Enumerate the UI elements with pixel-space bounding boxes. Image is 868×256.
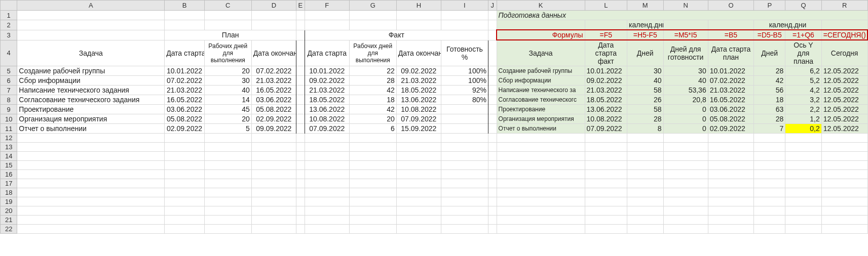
cell[interactable]	[296, 86, 305, 95]
cell[interactable]	[754, 179, 785, 188]
col-header-A[interactable]: A	[17, 1, 165, 11]
cell[interactable]	[708, 206, 754, 216]
hdr-o[interactable]: Дата старта план	[708, 40, 754, 66]
cell[interactable]	[251, 20, 296, 30]
cell[interactable]	[204, 170, 251, 179]
m-val[interactable]: 40	[627, 76, 664, 86]
cell[interactable]	[708, 143, 754, 152]
row-header-1[interactable]: 1	[1, 11, 17, 20]
ready-pct[interactable]	[441, 105, 488, 114]
fact-days[interactable]: 6	[349, 124, 396, 134]
p-val[interactable]: 63	[754, 105, 785, 114]
row-header-11[interactable]: 11	[1, 124, 17, 134]
fact-title[interactable]: Факт	[305, 30, 488, 40]
n-val[interactable]: 20,8	[663, 95, 708, 105]
col-header-row[interactable]	[1, 1, 17, 11]
row-header-21[interactable]: 21	[1, 216, 17, 225]
cell[interactable]	[497, 216, 585, 225]
cell[interactable]	[663, 134, 708, 143]
cell[interactable]	[785, 161, 822, 170]
k-task[interactable]: Организация мероприятия	[497, 114, 585, 124]
m-val[interactable]: 30	[627, 66, 664, 76]
l-val[interactable]: 10.08.2022	[585, 114, 627, 124]
cell[interactable]	[754, 225, 785, 234]
cell[interactable]	[497, 206, 585, 216]
m-val[interactable]: 58	[627, 105, 664, 114]
cell[interactable]	[204, 134, 251, 143]
plan-days[interactable]: 45	[204, 105, 251, 114]
col-header-P[interactable]: P	[754, 1, 785, 11]
plan-start[interactable]: 03.06.2022	[165, 105, 205, 114]
plan-start[interactable]: 10.01.2022	[165, 66, 205, 76]
cell[interactable]	[396, 134, 441, 143]
row-header-22[interactable]: 22	[1, 225, 17, 234]
cell[interactable]	[754, 197, 785, 206]
cell[interactable]	[488, 105, 497, 114]
row-header-8[interactable]: 8	[1, 95, 17, 105]
cell[interactable]	[204, 188, 251, 197]
row-header-10[interactable]: 10	[1, 114, 17, 124]
cell[interactable]	[165, 161, 205, 170]
cell[interactable]	[17, 179, 165, 188]
cell[interactable]	[251, 134, 296, 143]
cell[interactable]	[296, 105, 305, 114]
cell[interactable]	[441, 161, 488, 170]
cell[interactable]	[396, 11, 441, 20]
fact-start[interactable]: 10.01.2022	[305, 66, 349, 76]
hdr-q[interactable]: Ось Y для плана	[785, 40, 822, 66]
cell[interactable]	[165, 143, 205, 152]
cell[interactable]	[708, 20, 754, 30]
cell[interactable]	[488, 20, 497, 30]
cell[interactable]	[585, 20, 627, 30]
cell[interactable]	[488, 11, 497, 20]
cell[interactable]	[296, 188, 305, 197]
cell[interactable]	[296, 206, 305, 216]
l-val[interactable]: 21.03.2022	[585, 86, 627, 95]
cell[interactable]	[488, 95, 497, 105]
col-header-K[interactable]: K	[497, 1, 585, 11]
hdr-ready[interactable]: Готовность %	[441, 40, 488, 66]
cell[interactable]	[305, 143, 349, 152]
formulas-label[interactable]: Формулы	[497, 30, 585, 40]
col-header-C[interactable]: C	[204, 1, 251, 11]
cell[interactable]	[488, 161, 497, 170]
row-header-20[interactable]: 20	[1, 206, 17, 216]
cell[interactable]	[663, 206, 708, 216]
cell[interactable]	[663, 143, 708, 152]
cell[interactable]	[296, 11, 305, 20]
cell[interactable]	[349, 179, 396, 188]
cell[interactable]	[165, 179, 205, 188]
cell[interactable]	[754, 170, 785, 179]
ready-pct[interactable]: 100%	[441, 76, 488, 86]
cell[interactable]	[165, 152, 205, 161]
o-val[interactable]: 02.09.2022	[708, 124, 754, 134]
cell[interactable]	[821, 161, 867, 170]
cell[interactable]	[17, 134, 165, 143]
grid[interactable]: ABCDEFGHIJKLMNOPQR1Подготовка данных2кал…	[0, 0, 868, 234]
cell[interactable]	[627, 134, 664, 143]
cell[interactable]	[17, 143, 165, 152]
cell[interactable]	[627, 216, 664, 225]
o-val[interactable]: 03.06.2022	[708, 105, 754, 114]
cell[interactable]	[305, 161, 349, 170]
ready-pct[interactable]	[441, 124, 488, 134]
cell[interactable]	[821, 188, 867, 197]
fact-start[interactable]: 07.09.2022	[305, 124, 349, 134]
col-header-J[interactable]: J	[488, 1, 497, 11]
cell[interactable]	[663, 161, 708, 170]
hdr-m[interactable]: Дней	[627, 40, 664, 66]
cell[interactable]	[165, 216, 205, 225]
hdr-fact-workdays[interactable]: Рабочих дней для выполнения	[349, 40, 396, 66]
row-header-2[interactable]: 2	[1, 20, 17, 30]
calendays-1[interactable]: календ.дни	[627, 20, 664, 30]
r-val[interactable]: 12.05.2022	[821, 105, 867, 114]
cell[interactable]	[585, 143, 627, 152]
cell[interactable]	[296, 161, 305, 170]
col-header-F[interactable]: F	[305, 1, 349, 11]
task-name[interactable]: Написание технического задания	[17, 86, 165, 95]
cell[interactable]	[349, 134, 396, 143]
cell[interactable]	[627, 225, 664, 234]
cell[interactable]	[785, 170, 822, 179]
cell[interactable]	[785, 152, 822, 161]
cell[interactable]	[627, 161, 664, 170]
